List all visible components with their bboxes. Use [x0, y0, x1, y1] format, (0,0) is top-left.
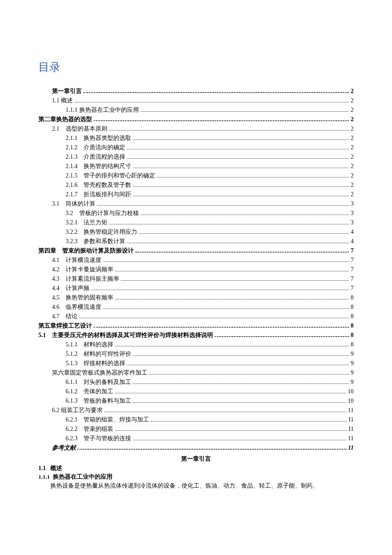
toc-entry: 2.1.7折流板排列与间距2	[66, 190, 354, 199]
toc-entry-number: 6.2.2	[66, 424, 78, 434]
toc-entry: 4.5换热管的固有频率8	[52, 293, 354, 302]
toc-entry: 3.2.3参数和系数计算4	[66, 237, 354, 246]
toc-entry-label: 1.1.1 换热器在工业中的应用	[66, 105, 139, 115]
toc-leader-dots	[133, 196, 349, 196]
toc-entry-page: 11	[348, 406, 354, 415]
toc-entry-number: 5.1.1	[66, 340, 78, 349]
toc-entry: 2.1.2介质流向的确定2	[66, 143, 354, 152]
toc-entry-label: 换热管的结构尺寸	[84, 162, 131, 171]
toc-entry: 2.1.4换热管的结构尺寸2	[66, 162, 354, 171]
toc-entry-number: 3.2	[66, 209, 73, 218]
toc-entry: 6.1.3管板的备料与加工10	[66, 396, 354, 406]
toc-entry-label: 管束的组装	[84, 424, 113, 434]
toc-entry: 5.1.3焊接材料的选择9	[66, 359, 354, 368]
toc-entry: 4.3计算紊流抖振主频率7	[52, 274, 354, 284]
toc-entry-page: 3	[351, 218, 354, 227]
toc-entry: 6.2 组装工艺与要求11	[52, 406, 354, 415]
toc-leader-dots	[149, 374, 349, 375]
toc-leader-dots	[139, 233, 349, 234]
toc-entry: 2.1选型的基本原则2	[52, 124, 354, 134]
toc-entry-page: 7	[351, 246, 354, 256]
toc-entry-page: I1	[349, 424, 354, 434]
toc-entry-page: 2	[351, 143, 354, 152]
toc-leader-dots	[133, 402, 346, 403]
toc-entry-number: 2.1	[52, 124, 60, 134]
section-1-1-1: 1.1.1 换热器在工业中的应用	[38, 473, 354, 481]
toc-entry-page: 10	[348, 387, 354, 396]
toc-entry-number: 6.2.3	[66, 434, 78, 443]
toc-entry-label: 计算声频	[66, 284, 89, 293]
toc-entry: 第六章固定管板式换热器的零件加工9	[52, 368, 354, 378]
toc-entry: 1.1.1 换热器在工业中的应用2	[66, 105, 354, 115]
toc-entry: 4.2计算卡曼旋涡频率7	[52, 265, 354, 274]
toc-entry-page: 2	[351, 105, 354, 115]
toc-entry: 第五章焊接工艺设计8	[38, 321, 354, 331]
toc-leader-dots	[79, 318, 349, 318]
toc-entry-number: 4.3	[52, 274, 60, 284]
toc-entry-page: 2	[351, 96, 354, 105]
toc-entry-number: 5.1	[38, 331, 46, 340]
toc-entry-number: 3.2.3	[66, 237, 78, 246]
toc-leader-dots	[103, 308, 349, 309]
body-paragraph: 换热设备是使热量从热流体传递到冷流体的设备，使化工、炼油、动力、食品、轻工、原子…	[38, 482, 354, 490]
toc-leader-dots	[151, 421, 347, 421]
toc-entry-label: 换热管稳定许用应力	[84, 227, 137, 237]
toc-entry: 第二章换热器的选型2	[38, 115, 354, 124]
toc-leader-dots	[133, 355, 349, 356]
toc-entry-label: 折流板排列与间距	[84, 190, 131, 199]
toc-entry-label: 材料的可焊性评价	[84, 349, 131, 359]
toc-entry-number: 2.1.1	[66, 134, 78, 143]
toc-leader-dots	[109, 224, 349, 224]
toc-leader-dots	[127, 365, 349, 365]
toc-leader-dots	[141, 111, 349, 112]
toc-leader-dots	[78, 449, 346, 450]
toc-entry-page: 2	[351, 162, 354, 171]
toc-entry-label: 1.1 概述	[52, 96, 73, 105]
toc-title: 目录	[38, 60, 354, 75]
toc-entry-label: 换热器类型的选取	[84, 134, 131, 143]
toc-entry-number: 4.7	[52, 312, 60, 321]
toc-entry-page: 2	[351, 115, 354, 124]
toc-leader-dots	[104, 412, 346, 412]
toc-leader-dots	[141, 215, 349, 215]
toc-entry-label: 计算紊流抖振主频率	[66, 274, 119, 284]
toc-entry-number: 2.1.3	[66, 152, 78, 162]
toc-entry-label: 材料的选择	[84, 340, 113, 349]
toc-entry-label: 第一章引言	[52, 87, 82, 96]
toc-entry-number: 2.1.2	[66, 143, 78, 152]
toc-entry: 2.1.3介质流程的选择2	[66, 152, 354, 162]
toc-leader-dots	[94, 120, 349, 121]
toc-entry-number: 6.2.1	[66, 415, 78, 424]
toc-entry-label: 管板的计算与应力校核	[79, 209, 139, 218]
toc-entry: 2.1.5管子的排列和管心距的确定2	[66, 171, 354, 180]
toc-entry: 5.1.1材料的选择8	[66, 340, 354, 349]
toc-entry-page: 4	[351, 227, 354, 237]
toc-leader-dots	[115, 346, 349, 346]
toc-entry-label: 管子与管板的连接	[84, 434, 131, 443]
toc-entry-number: 6.1.1	[66, 378, 78, 387]
toc-entry-label: 临界横流速度	[66, 302, 101, 312]
toc-entry: 2.1.1换热器类型的选取2	[66, 134, 354, 143]
toc-entry-label: 6.2 组装工艺与要求	[52, 406, 103, 415]
toc-entry-page: 3	[351, 209, 354, 218]
toc-entry-label: 第六章固定管板式换热器的零件加工	[52, 368, 147, 378]
toc-entry: 3.1筒体的计算3	[52, 199, 354, 209]
toc-entry: 3.2管板的计算与应力校核3	[66, 209, 354, 218]
toc-entry-label: 管壳程数及管子数	[84, 180, 131, 190]
toc-entry-number: 3.2.1	[66, 218, 78, 227]
toc-entry-number: 第四章	[38, 246, 56, 256]
section-label: 换热器在工业中的应用	[53, 474, 112, 480]
toc-entry: 参考文献11	[52, 443, 354, 453]
toc-leader-dots	[215, 336, 349, 337]
toc-entry-label: 筒体的计算	[66, 199, 95, 209]
toc-entry-number: 4.5	[52, 293, 60, 302]
toc-entry-page: 2	[351, 180, 354, 190]
toc-entry-page: 8	[351, 331, 354, 340]
table-of-contents: 第一章引言21.1 概述21.1.1 换热器在工业中的应用2第二章换热器的选型2…	[38, 87, 354, 453]
toc-entry-label: 第五章焊接工艺设计	[38, 321, 92, 331]
section-label: 概述	[50, 465, 62, 471]
toc-entry-label: 管板的备料与加工	[84, 396, 131, 406]
toc-leader-dots	[127, 149, 349, 149]
toc-leader-dots	[94, 327, 349, 328]
section-1-1: 1.1 概述	[38, 465, 354, 472]
